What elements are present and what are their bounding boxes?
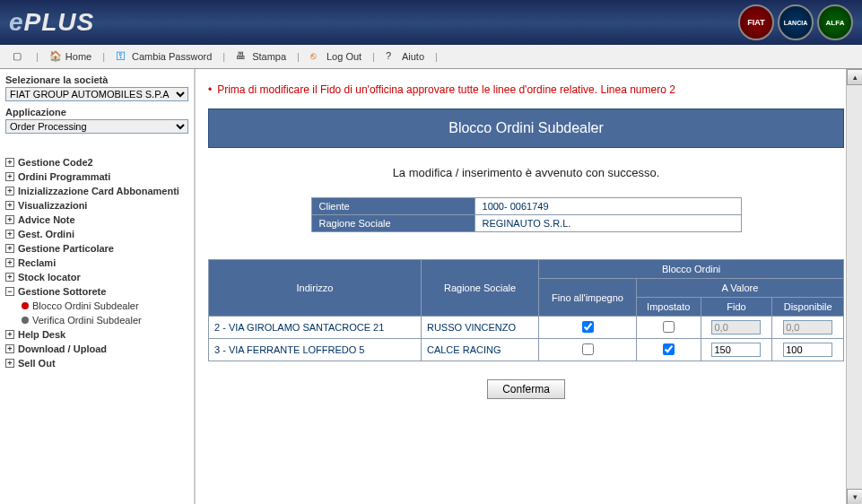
sidebar-item-label: Help Desk bbox=[18, 329, 65, 340]
sidebar-item-label: Gestione Code2 bbox=[18, 157, 93, 168]
print-button[interactable]: 🖶 Stampa bbox=[231, 48, 292, 65]
expand-icon[interactable]: + bbox=[5, 172, 14, 181]
brand-fiat-icon: FIAT bbox=[738, 4, 774, 40]
disponibile-input bbox=[783, 320, 832, 335]
sidebar-sub-label: Blocco Ordini Subdealer bbox=[32, 300, 139, 311]
bullet-grey-icon bbox=[22, 317, 29, 324]
cell-disponibile bbox=[772, 339, 844, 361]
sidebar-item[interactable]: +Gestione Particolare bbox=[5, 241, 188, 256]
logo-plus: PLUS bbox=[24, 8, 95, 36]
brand-lancia-icon: LANCIA bbox=[778, 4, 814, 40]
sidebar-item[interactable]: +Gestione Code2 bbox=[5, 155, 188, 169]
application-select[interactable]: Order Processing bbox=[5, 119, 188, 134]
app-header: ePLUS FIAT LANCIA ALFA bbox=[0, 0, 862, 45]
expand-icon[interactable]: + bbox=[5, 344, 14, 353]
impostato-checkbox[interactable] bbox=[663, 343, 675, 355]
toolbar-collapse-button[interactable]: ▢ bbox=[7, 48, 30, 65]
expand-icon[interactable]: + bbox=[5, 330, 14, 339]
th-fido: Fido bbox=[701, 298, 772, 317]
table-row: 2 - VIA GIROLAMO SANTACROCE 21RUSSO VINC… bbox=[209, 317, 844, 339]
scroll-up-icon[interactable]: ▴ bbox=[847, 69, 862, 85]
sidebar-item[interactable]: +Visualizzazioni bbox=[5, 198, 188, 213]
fino-impegno-checkbox[interactable] bbox=[582, 343, 594, 355]
sidebar-item[interactable]: +Sell Out bbox=[5, 356, 188, 370]
cell-impostato bbox=[636, 317, 701, 339]
cell-fido bbox=[701, 339, 772, 361]
brand-logos: FIAT LANCIA ALFA bbox=[738, 4, 853, 40]
help-label: Aiuto bbox=[402, 51, 424, 62]
logout-label: Log Out bbox=[327, 51, 361, 62]
th-ragione: Ragione Sociale bbox=[421, 260, 538, 317]
sidebar-item-label: Inizializzazione Card Abbonamenti bbox=[18, 186, 179, 196]
home-button[interactable]: 🏠 Home bbox=[44, 48, 97, 65]
sidebar-item[interactable]: +Download / Upload bbox=[5, 342, 188, 356]
expand-icon[interactable]: + bbox=[5, 359, 14, 368]
cliente-value: 1000- 0061749 bbox=[475, 198, 741, 215]
expand-icon[interactable]: + bbox=[5, 244, 14, 253]
logo-e: e bbox=[9, 8, 24, 36]
logout-icon: ⎋ bbox=[310, 50, 323, 63]
printer-icon: 🖶 bbox=[236, 50, 248, 63]
collapse-icon[interactable]: − bbox=[5, 287, 14, 296]
company-select[interactable]: FIAT GROUP AUTOMOBILES S.P.A bbox=[5, 87, 188, 101]
cell-fido bbox=[701, 317, 772, 339]
th-blocco-ordini: Blocco Ordini bbox=[539, 260, 844, 279]
change-password-button[interactable]: ⚿ Cambia Password bbox=[110, 48, 217, 65]
help-icon: ? bbox=[386, 50, 398, 63]
sidebar-sub-label: Verifica Ordini Subdealer bbox=[32, 315, 142, 326]
expand-icon[interactable]: + bbox=[5, 258, 14, 267]
scroll-down-icon[interactable]: ▾ bbox=[847, 489, 862, 504]
key-icon: ⚿ bbox=[116, 50, 128, 63]
expand-icon[interactable]: + bbox=[5, 273, 14, 282]
fido-input bbox=[711, 320, 761, 335]
fido-input[interactable] bbox=[711, 343, 761, 357]
cell-impostato bbox=[636, 339, 701, 361]
page-title: Blocco Ordini Subdealer bbox=[208, 109, 844, 148]
sidebar-sub-verifica-ordini[interactable]: Verifica Ordini Subdealer bbox=[5, 313, 188, 327]
th-indirizzo: Indirizzo bbox=[209, 260, 422, 317]
sidebar-item-label: Gest. Ordini bbox=[18, 229, 74, 239]
sidebar-item[interactable]: +Help Desk bbox=[5, 327, 188, 342]
main: Selezionare la società FIAT GROUP AUTOMO… bbox=[0, 69, 862, 504]
sidebar-item[interactable]: +Stock locator bbox=[5, 270, 188, 284]
logout-button[interactable]: ⎋ Log Out bbox=[305, 48, 367, 65]
confirm-button[interactable]: Conferma bbox=[487, 379, 565, 399]
expand-icon[interactable]: + bbox=[5, 187, 14, 196]
company-label: Selezionare la società bbox=[5, 74, 188, 85]
sidebar-item[interactable]: −Gestione Sottorete bbox=[5, 284, 188, 299]
confirm-wrap: Conferma bbox=[208, 379, 844, 399]
bullet-icon: • bbox=[208, 83, 212, 96]
cell-fino-impegno bbox=[539, 339, 637, 361]
sidebar-sub-blocco-ordini[interactable]: Blocco Ordini Subdealer bbox=[5, 299, 188, 313]
sidebar-item-label: Reclami bbox=[18, 257, 56, 268]
bullet-red-icon bbox=[22, 302, 29, 309]
brand-alfa-icon: ALFA bbox=[817, 4, 853, 40]
sidebar: Selezionare la società FIAT GROUP AUTOMO… bbox=[0, 69, 196, 504]
expand-icon[interactable]: + bbox=[5, 215, 14, 224]
disponibile-input[interactable] bbox=[783, 343, 832, 357]
th-a-valore: A Valore bbox=[636, 279, 843, 298]
expand-icon[interactable]: + bbox=[5, 158, 14, 167]
content: •Prima di modificare il Fido di un'offic… bbox=[196, 69, 862, 504]
cell-indirizzo: 2 - VIA GIROLAMO SANTACROCE 21 bbox=[209, 317, 422, 339]
sidebar-item[interactable]: +Inizializzazione Card Abbonamenti bbox=[5, 184, 188, 198]
help-button[interactable]: ? Aiuto bbox=[380, 48, 430, 65]
cell-ragione: CALCE RACING bbox=[421, 339, 538, 361]
expand-icon[interactable]: + bbox=[5, 201, 14, 210]
toolbar: ▢ | 🏠 Home | ⚿ Cambia Password | 🖶 Stamp… bbox=[0, 45, 862, 69]
sidebar-item[interactable]: +Reclami bbox=[5, 256, 188, 270]
table-row: 3 - VIA FERRANTE LOFFREDO 5CALCE RACING bbox=[209, 339, 844, 361]
sidebar-item-label: Ordini Programmati bbox=[18, 171, 110, 182]
fino-impegno-checkbox[interactable] bbox=[582, 321, 594, 333]
cliente-label: Cliente bbox=[311, 198, 475, 215]
sidebar-item[interactable]: +Advice Note bbox=[5, 213, 188, 227]
impostato-checkbox[interactable] bbox=[663, 321, 675, 333]
sidebar-item[interactable]: +Ordini Programmati bbox=[5, 169, 188, 184]
sidebar-item-label: Visualizzazioni bbox=[18, 200, 87, 211]
expand-icon[interactable]: + bbox=[5, 230, 14, 239]
sidebar-item[interactable]: +Gest. Ordini bbox=[5, 227, 188, 241]
sidebar-item-label: Stock locator bbox=[18, 272, 81, 282]
th-fino-impegno: Fino all'impegno bbox=[539, 279, 637, 317]
scrollbar[interactable]: ▴ ▾ bbox=[846, 69, 862, 504]
alert-message: •Prima di modificare il Fido di un'offic… bbox=[208, 83, 844, 96]
